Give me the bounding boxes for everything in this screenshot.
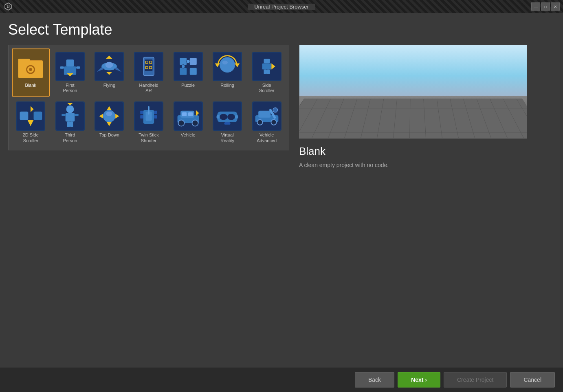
minimize-button[interactable]: —	[531, 2, 540, 11]
svg-point-95	[273, 108, 277, 112]
content-area: Blank	[8, 45, 555, 392]
svg-rect-58	[67, 122, 70, 127]
svg-rect-28	[180, 58, 187, 65]
template-item-vehicle-advanced[interactable]: VehicleAdvanced	[248, 98, 286, 146]
svg-rect-79	[182, 112, 186, 116]
template-icon-handheld-ar	[134, 52, 163, 81]
svg-rect-8	[66, 59, 74, 66]
svg-rect-51	[34, 112, 42, 120]
svg-rect-72	[140, 111, 143, 114]
template-item-blank[interactable]: Blank	[12, 48, 50, 97]
svg-point-63	[106, 112, 112, 116]
template-item-2d-side-scroller[interactable]: 2D SideScroller	[12, 98, 50, 146]
bottom-bar: Back Next › Create Project Cancel	[0, 368, 563, 392]
template-label-blank: Blank	[25, 83, 37, 88]
svg-point-6	[29, 68, 33, 71]
svg-point-39	[222, 61, 228, 64]
template-icon-rolling	[213, 52, 242, 81]
template-item-virtual-reality[interactable]: VirtualReality	[209, 98, 246, 146]
template-icon-side-scroller	[252, 52, 282, 81]
svg-rect-49	[20, 112, 29, 120]
svg-point-96	[257, 120, 262, 125]
template-label-third-person: ThirdPerson	[63, 132, 77, 143]
svg-rect-75	[154, 115, 157, 119]
template-label-virtual-reality: VirtualReality	[220, 132, 234, 143]
window-controls[interactable]: — □ ✕	[531, 2, 560, 11]
template-label-first-person: FirstPerson	[63, 83, 77, 93]
template-item-flying[interactable]: Flying	[90, 48, 128, 97]
svg-rect-27	[174, 53, 202, 80]
svg-point-97	[271, 120, 276, 125]
template-label-flying: Flying	[103, 83, 115, 88]
template-icon-twin-stick-shooter	[134, 101, 163, 131]
preview-panel: Blank A clean empty project with no code…	[289, 45, 555, 392]
template-label-handheld-ar: HandheldAR	[139, 83, 158, 93]
template-icon-vehicle	[174, 101, 203, 131]
template-grid-container: Blank	[8, 45, 289, 150]
template-label-rolling: Rolling	[220, 83, 234, 88]
template-item-rolling[interactable]: Rolling	[209, 48, 246, 97]
svg-rect-46	[267, 70, 270, 74]
svg-point-15	[106, 62, 113, 68]
preview-description: A clean empty project with no code.	[299, 161, 545, 170]
svg-rect-73	[140, 115, 143, 119]
template-label-puzzle: Puzzle	[181, 83, 195, 88]
template-item-vehicle[interactable]: Vehicle	[169, 98, 207, 146]
template-item-third-person[interactable]: ThirdPerson	[51, 98, 89, 146]
template-item-first-person[interactable]: FirstPerson	[51, 48, 89, 97]
template-label-side-scroller: SideScroller	[259, 83, 274, 93]
svg-rect-29	[189, 58, 196, 65]
svg-rect-11	[76, 66, 80, 69]
title-bar: U Unreal Project Browser — □ ✕	[0, 0, 563, 13]
svg-rect-90	[224, 122, 231, 125]
svg-rect-43	[264, 59, 270, 63]
svg-rect-56	[62, 114, 65, 117]
svg-rect-30	[180, 68, 187, 75]
template-icon-top-down	[95, 101, 124, 131]
template-icon-2d-side-scroller	[16, 101, 45, 131]
svg-point-82	[192, 120, 198, 126]
back-button[interactable]: Back	[355, 372, 394, 388]
cancel-button[interactable]: Cancel	[510, 372, 555, 388]
svg-rect-71	[148, 106, 150, 115]
template-icon-puzzle	[174, 52, 203, 81]
maximize-button[interactable]: □	[541, 2, 550, 11]
template-item-puzzle[interactable]: Puzzle	[169, 48, 207, 97]
template-grid: Blank	[12, 48, 286, 147]
main-content: Select Template	[0, 13, 563, 392]
close-button[interactable]: ✕	[551, 2, 560, 11]
template-icon-vehicle-advanced	[252, 101, 282, 131]
svg-rect-89	[235, 115, 238, 119]
window-title: Unreal Project Browser	[248, 4, 315, 10]
page-title: Select Template	[8, 21, 555, 38]
template-item-handheld-ar[interactable]: HandheldAR	[130, 48, 168, 97]
preview-title: Blank	[299, 145, 545, 158]
template-item-top-down[interactable]: Top Down	[90, 98, 128, 146]
template-item-twin-stick-shooter[interactable]: Twin StickShooter	[130, 98, 168, 146]
next-button[interactable]: Next ›	[398, 372, 440, 388]
svg-rect-44	[262, 63, 271, 69]
template-label-twin-stick-shooter: Twin StickShooter	[139, 132, 159, 143]
preview-image	[299, 45, 527, 139]
svg-rect-31	[189, 68, 196, 75]
svg-rect-45	[264, 70, 267, 74]
template-icon-flying	[95, 52, 124, 81]
svg-rect-80	[188, 112, 193, 116]
preview-sky	[299, 45, 527, 96]
svg-rect-74	[154, 111, 157, 114]
template-label-2d-side-scroller: 2D SideScroller	[23, 132, 39, 143]
svg-point-87	[227, 114, 235, 120]
create-project-button: Create Project	[444, 372, 507, 388]
template-label-vehicle-advanced: VehicleAdvanced	[257, 132, 277, 143]
ue-logo-icon: U	[4, 2, 12, 11]
svg-rect-10	[60, 66, 64, 69]
svg-point-37	[220, 57, 235, 73]
svg-text:U: U	[7, 4, 9, 9]
template-item-side-scroller[interactable]: SideScroller	[248, 48, 286, 97]
svg-rect-93	[258, 111, 271, 118]
svg-rect-88	[217, 115, 220, 119]
svg-point-33	[187, 60, 190, 63]
template-icon-third-person	[55, 101, 85, 131]
svg-rect-55	[66, 113, 75, 122]
template-icon-virtual-reality	[213, 101, 242, 131]
